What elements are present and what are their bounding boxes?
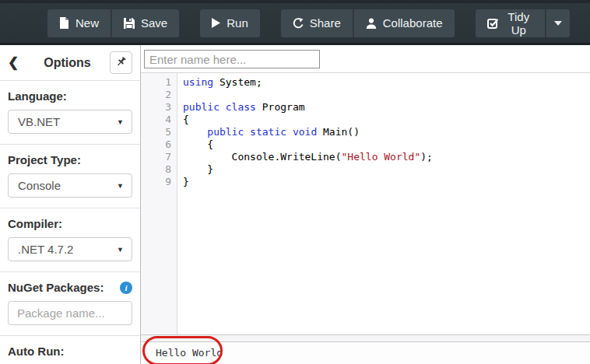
- code-text: [286, 126, 293, 138]
- toolbar: New Save Run Share Collaborate: [0, 0, 590, 45]
- language-label: Language:: [8, 89, 67, 103]
- file-icon: [59, 17, 69, 29]
- code-line[interactable]: public class Program: [183, 101, 590, 114]
- compiler-section: Compiler: .NET 4.7.2 ▼: [0, 208, 140, 272]
- code-string: "Hello World": [342, 151, 421, 163]
- project-type-section: Project Type: Console ▼: [0, 145, 140, 208]
- tidy-up-dropdown-button[interactable]: [546, 9, 571, 38]
- code-text: [183, 126, 207, 138]
- language-select[interactable]: VB.NET ▼: [8, 110, 132, 134]
- run-button-label: Run: [227, 16, 248, 30]
- output-text: Hello World: [156, 347, 223, 359]
- fiddle-name-input[interactable]: [144, 50, 320, 68]
- code-text: }: [183, 163, 213, 175]
- code-line[interactable]: {: [183, 138, 590, 151]
- code-text: Program: [256, 101, 305, 113]
- language-select-value: VB.NET: [18, 115, 60, 128]
- package-name-input[interactable]: [8, 301, 132, 325]
- editor-panel: 123456789 using System; public class Pro…: [141, 45, 590, 364]
- compiler-select-value: .NET 4.7.2: [18, 243, 73, 256]
- line-number: 9: [141, 176, 171, 188]
- select-caret-icon: ▼: [117, 118, 124, 126]
- line-number: 6: [141, 138, 171, 151]
- play-icon: [212, 18, 220, 28]
- share-button[interactable]: Share: [280, 9, 353, 38]
- nuget-section: NuGet Packages: i: [0, 272, 140, 336]
- language-section: Language: VB.NET ▼: [0, 81, 140, 145]
- save-button[interactable]: Save: [111, 9, 180, 38]
- code-keyword: static: [250, 126, 286, 138]
- floppy-icon: [124, 18, 135, 29]
- line-number: 8: [141, 163, 171, 176]
- code-keyword: class: [226, 101, 256, 113]
- code-line[interactable]: Console.WriteLine("Hello World");: [183, 151, 590, 163]
- code-keyword: using: [183, 76, 213, 88]
- run-button[interactable]: Run: [199, 9, 261, 38]
- output-panel: Hello World: [141, 342, 590, 364]
- code-text: Main(): [317, 126, 360, 138]
- options-sidebar: ❮ Options Language: VB.NET ▼ Project Typ…: [0, 45, 141, 364]
- project-type-select[interactable]: Console ▼: [8, 173, 132, 198]
- check-square-icon: [487, 18, 498, 29]
- editor-output-splitter[interactable]: [141, 334, 590, 342]
- code-editor: 123456789 using System; public class Pro…: [141, 72, 590, 334]
- pin-button[interactable]: [110, 51, 132, 74]
- code-line[interactable]: {: [183, 114, 590, 126]
- line-number: 1: [141, 76, 171, 89]
- tidy-up-button-group: Tidy Up: [475, 9, 571, 38]
- new-button-label: New: [76, 16, 99, 30]
- code-text: System;: [213, 76, 262, 88]
- tidy-up-button-label: Tidy Up: [504, 10, 534, 37]
- save-button-label: Save: [141, 16, 167, 30]
- sidebar-header: ❮ Options: [0, 45, 140, 81]
- code-line[interactable]: using System;: [183, 76, 590, 89]
- code-text: Console.WriteLine(: [183, 151, 342, 163]
- code-text: }: [183, 176, 189, 187]
- code-text: [244, 126, 250, 138]
- main-area: ❮ Options Language: VB.NET ▼ Project Typ…: [0, 45, 590, 364]
- person-icon: [366, 18, 377, 29]
- share-button-group: Share Collaborate: [280, 9, 455, 38]
- select-caret-icon: ▼: [117, 246, 124, 254]
- line-number: 7: [141, 151, 171, 163]
- code-line[interactable]: }: [183, 163, 590, 176]
- project-type-select-value: Console: [18, 179, 61, 192]
- compiler-label: Compiler:: [8, 217, 62, 230]
- auto-run-section: Auto Run: Yes No: [0, 336, 140, 364]
- line-number: 4: [141, 114, 171, 126]
- share-button-label: Share: [310, 16, 341, 30]
- line-number: 3: [141, 101, 171, 114]
- code-text: {: [183, 114, 189, 125]
- line-number: 2: [141, 89, 171, 101]
- nuget-label: NuGet Packages:: [8, 281, 104, 294]
- line-number: 5: [141, 126, 171, 138]
- line-numbers: 123456789: [141, 73, 177, 334]
- tidy-up-button[interactable]: Tidy Up: [475, 9, 546, 38]
- share-icon: [293, 18, 304, 29]
- code-text: [219, 101, 226, 113]
- code-text: );: [420, 151, 433, 163]
- code-lines[interactable]: using System; public class Program{ publ…: [177, 73, 590, 334]
- file-button-group: New Save: [47, 9, 180, 38]
- code-line[interactable]: }: [183, 176, 590, 188]
- auto-run-label: Auto Run:: [8, 345, 64, 358]
- collapse-sidebar-icon[interactable]: ❮: [8, 54, 25, 71]
- collaborate-button-label: Collaborate: [383, 16, 443, 30]
- fiddle-name-row: [141, 45, 590, 72]
- project-type-label: Project Type:: [8, 153, 81, 166]
- collaborate-button[interactable]: Collaborate: [353, 9, 455, 38]
- code-keyword: void: [293, 126, 317, 138]
- code-line[interactable]: [183, 89, 590, 101]
- caret-down-icon: [554, 21, 562, 26]
- select-caret-icon: ▼: [117, 182, 124, 190]
- pin-icon: [115, 56, 127, 70]
- new-button[interactable]: New: [47, 9, 111, 38]
- code-text: {: [183, 138, 213, 150]
- sidebar-title: Options: [25, 56, 110, 70]
- code-keyword: public: [183, 101, 219, 113]
- run-button-group: Run: [199, 9, 261, 38]
- info-icon[interactable]: i: [120, 282, 132, 294]
- code-keyword: public: [207, 126, 244, 138]
- compiler-select[interactable]: .NET 4.7.2 ▼: [8, 237, 132, 261]
- code-line[interactable]: public static void Main(): [183, 126, 590, 138]
